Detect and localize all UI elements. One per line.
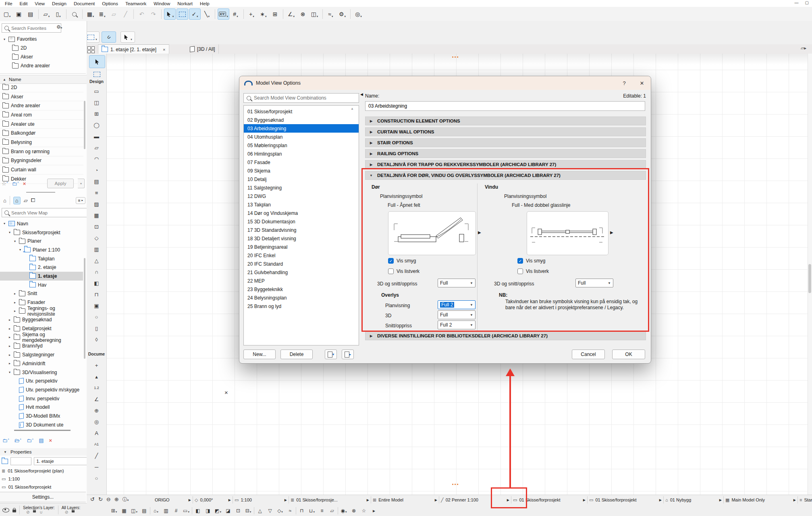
tree-item[interactable]: ▸Brann/lyd	[0, 342, 83, 351]
toolbar-button-classif[interactable]: ▦▾	[85, 9, 96, 19]
toolbar-button-door2[interactable]: ◫▾	[309, 9, 320, 19]
toolbar-button-cells[interactable]: ⊞	[270, 9, 280, 19]
bottom-tool-icon[interactable]: ◧	[193, 507, 202, 515]
document-tool[interactable]: ▴	[87, 371, 106, 382]
bottom-tool-icon[interactable]: ◫▾	[130, 507, 139, 515]
menu-item-window[interactable]: Window	[150, 1, 173, 6]
combination-item[interactable]: 11 Salgstegning	[244, 183, 359, 192]
quad-view-icon[interactable]	[87, 46, 98, 54]
lock-icon[interactable]	[12, 510, 16, 512]
document-tool[interactable]: ╱	[87, 450, 106, 461]
combination-item[interactable]: 20 IFC Standard	[244, 260, 359, 268]
bottom-tool-icon[interactable]: ▥	[162, 507, 170, 515]
favorites-search[interactable]: Search Favorites	[2, 23, 61, 33]
design-tool[interactable]: ∩	[87, 266, 106, 277]
marquee-tool-button[interactable]	[89, 69, 104, 79]
clip-tool-button[interactable]: ∪	[102, 31, 116, 43]
view-map-search[interactable]: Search View Map	[2, 208, 88, 217]
status-item-7[interactable]: ▭01 Skisse/forprosjekt▶	[511, 497, 587, 503]
bottom-tool-icon[interactable]: ◉▾	[339, 507, 348, 515]
unlock-icon[interactable]: ∪	[39, 510, 42, 514]
document-tool[interactable]: ∠	[87, 393, 106, 405]
layer-row[interactable]: Areal rom	[0, 110, 83, 120]
design-tool[interactable]: ▦	[87, 210, 106, 221]
favorites-item[interactable]: 2D	[0, 44, 85, 52]
tab-3d[interactable]: [3D / All]	[187, 44, 219, 54]
bottom-tool-icon[interactable]: ⌂▾	[152, 507, 160, 515]
toolbar-button-publish[interactable]: ▱▾	[41, 9, 52, 19]
layer-row[interactable]: 2D	[0, 83, 83, 92]
lock-icon[interactable]	[72, 510, 75, 513]
status-item-8[interactable]: ▭01 Skisse/forprosjekt▶	[588, 497, 663, 503]
show-hide-icon[interactable]	[2, 508, 9, 512]
combination-item[interactable]: 05 Møbleringsplan	[244, 141, 359, 150]
tab-options-icon[interactable]: ▱▸	[801, 46, 806, 51]
bottom-tool-icon[interactable]: ☆	[359, 507, 368, 515]
toolbar-button-save[interactable]: ▣	[13, 9, 24, 19]
menu-item-file[interactable]: File	[2, 1, 16, 6]
tree-item[interactable]: ▾Planer	[0, 237, 83, 246]
design-tool[interactable]: ▤	[87, 176, 106, 187]
pen-set-row[interactable]: ▭ 01 Skisse/forprosjekt	[0, 483, 87, 491]
clone-folder-icon[interactable]: 🗁+	[15, 437, 21, 443]
layer-row[interactable]: Brann og rømning	[0, 147, 83, 156]
delete-button[interactable]: Delete	[280, 350, 313, 359]
bottom-tool-icon[interactable]: ▤	[140, 507, 149, 515]
toolbar-button-trim[interactable]: ⊗	[297, 9, 308, 19]
design-tool[interactable]: ▭	[87, 85, 106, 97]
arrow-tool-button[interactable]	[89, 55, 105, 68]
toolbar-button-arrow[interactable]: ▾	[164, 8, 176, 20]
status-item-2[interactable]: ◇0,000°▶	[193, 497, 233, 503]
door-symbol-preview[interactable]	[388, 211, 476, 255]
layer-row[interactable]: Arealer ute	[0, 120, 83, 129]
section-header[interactable]: ▶CURTAIN WALL OPTIONS	[365, 127, 646, 136]
combination-item[interactable]: 23 Byggeteknikk	[244, 285, 359, 293]
layer-list-header[interactable]: ▲ Name	[0, 75, 87, 84]
scroll-up-icon[interactable]: ▲	[351, 107, 354, 110]
hide-icon[interactable]: ⊘	[26, 510, 29, 514]
combination-item[interactable]: 24 Belysningsplan	[244, 293, 359, 302]
bottom-tool-icon[interactable]: ⊓	[297, 507, 306, 515]
name-input[interactable]	[365, 101, 645, 111]
menu-item-options[interactable]: Options	[99, 1, 121, 6]
export-button[interactable]: ▸	[342, 350, 354, 359]
door-mode-dropdown[interactable]: Full ▼	[438, 279, 476, 287]
bottom-tool-icon[interactable]: ⊔▾	[307, 507, 316, 515]
toolbar-button-snap[interactable]: +▾	[246, 9, 257, 19]
marquee-tool-button[interactable]: ▾	[85, 31, 100, 43]
tree-item[interactable]: Takplan	[0, 254, 83, 263]
layer-row[interactable]: Balkongdør	[0, 129, 83, 138]
skylight-dropdown-planvisning[interactable]: Full 2▼	[438, 300, 476, 309]
settings-button[interactable]: Settings...	[0, 492, 86, 502]
view-name-field[interactable]: 1. etasje	[34, 457, 87, 465]
tree-item[interactable]: 2. etasje	[0, 263, 83, 272]
toolbar-button-new[interactable]: ▢▾	[2, 9, 12, 19]
combination-item[interactable]: 20 IFC Enkel	[244, 251, 359, 260]
design-tool[interactable]: ▨	[87, 198, 106, 210]
menu-item-document[interactable]: Document	[71, 1, 98, 6]
menu-item-norkart[interactable]: Norkart	[174, 1, 196, 6]
toolbar-button-xy[interactable]: XY:▾	[218, 8, 229, 20]
import-button[interactable]: ▾	[325, 350, 337, 359]
toolbar-button-line[interactable]: ╲▾	[201, 9, 212, 19]
combination-item[interactable]: 09 Skjema	[244, 166, 359, 175]
combination-item[interactable]: 10 Detalj	[244, 175, 359, 183]
design-tool[interactable]: △	[87, 255, 106, 266]
combination-item[interactable]: 12 DWG	[244, 192, 359, 200]
cancel-button[interactable]: Cancel	[572, 350, 605, 359]
view-map-icon[interactable]: ⌂	[13, 197, 21, 204]
design-tool[interactable]: ◫	[87, 97, 106, 108]
checkbox[interactable]	[517, 268, 523, 274]
section-header[interactable]: ▶DIVERSE INNSTILLINGER FOR BIBLIOTEKSDEL…	[365, 331, 646, 340]
tree-item[interactable]: ▸Admin/drift	[0, 359, 83, 368]
status-item-4[interactable]: ≣01 Skisse/forprosje...▶	[289, 497, 371, 503]
toolbar-button-gear2[interactable]: ⚙▾	[337, 9, 348, 19]
bottom-tool-icon[interactable]: ⊡	[234, 507, 243, 515]
bottom-tool-icon[interactable]: ≡	[318, 507, 326, 515]
toolbar-button-findselect[interactable]	[69, 9, 80, 19]
favorites-root[interactable]: ▾Favorites	[0, 35, 85, 44]
dialog-title-bar[interactable]: Model View Options ? ✕	[239, 76, 651, 90]
lock-icon[interactable]	[33, 510, 36, 513]
combination-item[interactable]: 22 MEP	[244, 277, 359, 285]
layout-book-icon[interactable]: ▱	[24, 198, 28, 204]
